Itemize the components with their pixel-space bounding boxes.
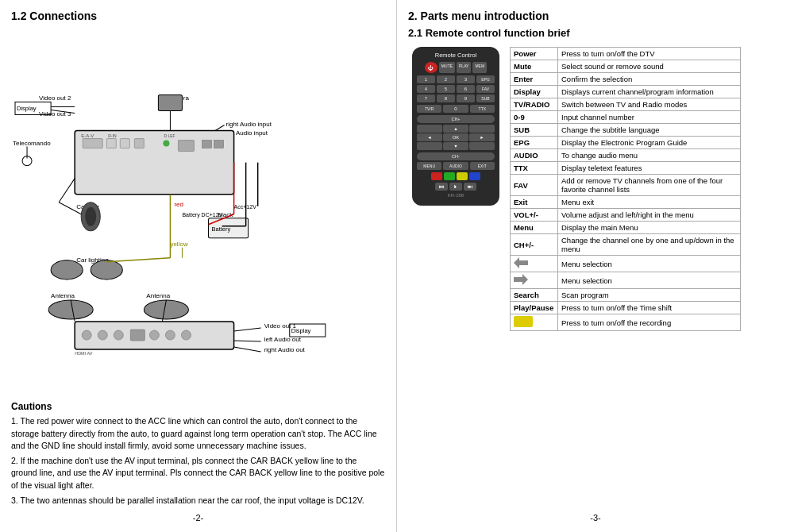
- blue-color-btn[interactable]: [469, 172, 480, 180]
- svg-point-41: [91, 260, 122, 279]
- svg-point-51: [149, 330, 159, 340]
- btn-4[interactable]: 4: [417, 85, 435, 93]
- table-row: PowerPress to turn on/off the DTV: [511, 48, 741, 60]
- nav-ok[interactable]: OK: [443, 133, 468, 141]
- left-page-num: -2-: [11, 513, 385, 522]
- table-desc-cell: Display teletext features: [558, 162, 741, 175]
- btn-ttx[interactable]: TTX: [470, 105, 495, 113]
- svg-line-62: [234, 347, 261, 352]
- table-key-cell: Enter: [511, 73, 558, 86]
- svg-rect-76: [514, 316, 533, 327]
- table-key-cell: Mute: [511, 60, 558, 73]
- btn-menu[interactable]: MENU: [417, 162, 441, 170]
- btn-fav[interactable]: FAV: [476, 85, 495, 93]
- table-desc-cell: Menu selection: [558, 256, 741, 272]
- caution-1: 1. The red power wire connect to the ACC…: [11, 415, 385, 452]
- play-pause-btn[interactable]: ⏵: [449, 183, 462, 191]
- nav-left[interactable]: ◄: [417, 133, 442, 141]
- table-key-cell: TV/RADIO: [511, 98, 558, 111]
- btn-7[interactable]: 7: [417, 94, 435, 102]
- table-key-cell: VOL+/-: [511, 209, 558, 222]
- btn-3[interactable]: 3: [457, 75, 475, 83]
- mem-btn[interactable]: MEM: [472, 62, 487, 73]
- svg-text:Video out 2: Video out 2: [39, 94, 71, 102]
- btn-9[interactable]: 9: [457, 94, 475, 102]
- btn-0[interactable]: 0: [443, 105, 468, 113]
- svg-text:E-A-V: E-A-V: [81, 133, 94, 138]
- svg-text:Video out 3: Video out 3: [39, 110, 71, 118]
- btn-1[interactable]: 1: [417, 75, 435, 83]
- nav-right[interactable]: ►: [469, 133, 495, 141]
- svg-point-34: [85, 207, 96, 226]
- play-btn[interactable]: PLAY: [457, 62, 471, 73]
- svg-text:right Audio out: right Audio out: [264, 346, 306, 353]
- remote-control: Remote Control ⏻ MUTE PLAY MEM 1 2 3: [412, 47, 499, 206]
- table-desc-cell: Switch between TV and Radio modes: [558, 98, 741, 111]
- table-row: Menu selection: [511, 256, 741, 272]
- mute-btn[interactable]: MUTE: [439, 62, 455, 73]
- table-row: SUBChange the subtitle language: [511, 124, 741, 137]
- svg-point-48: [98, 330, 107, 340]
- table-desc-cell: Select sound or remove sound: [558, 60, 741, 73]
- function-table-container: PowerPress to turn on/off the DTVMuteSel…: [510, 47, 783, 510]
- yellow-color-btn[interactable]: [457, 172, 468, 180]
- remote-top-row: ⏻ MUTE PLAY MEM: [417, 62, 495, 73]
- table-desc-cell: Display the Electronic Program Guide: [558, 137, 741, 149]
- btn-5[interactable]: 5: [437, 85, 455, 93]
- right-page-num: -3-: [408, 513, 783, 522]
- ch-minus-btn[interactable]: CH-: [417, 152, 495, 160]
- forward-btn[interactable]: ⏭: [464, 183, 476, 191]
- caution-2: 2. If the machine don't use the AV input…: [11, 455, 385, 492]
- nav-down[interactable]: ▼: [443, 142, 468, 150]
- table-key-cell: [511, 256, 558, 272]
- btn-exit[interactable]: EXIT: [470, 162, 495, 170]
- svg-text:Antenna: Antenna: [146, 292, 170, 299]
- table-key-cell: [511, 272, 558, 289]
- svg-marker-74: [514, 257, 528, 268]
- power-btn[interactable]: ⏻: [425, 62, 437, 73]
- btn-2[interactable]: 2: [437, 75, 455, 83]
- extra-btns: MENU AUDIO EXIT: [417, 162, 495, 170]
- nav-empty-bl: [417, 142, 442, 150]
- svg-rect-19: [120, 139, 129, 148]
- arrow-right-icon: [514, 278, 528, 287]
- btn-6[interactable]: 6: [457, 85, 475, 93]
- table-key-cell: FAV: [511, 175, 558, 196]
- table-desc-cell: Volume adjust and left/right in the menu: [558, 209, 741, 222]
- table-key-cell: Search: [511, 289, 558, 302]
- nav-up[interactable]: ▲: [443, 125, 468, 133]
- svg-rect-20: [134, 139, 144, 148]
- green-color-btn[interactable]: [444, 172, 455, 180]
- table-desc-cell: Change the subtitle language: [558, 124, 741, 137]
- btn-sub[interactable]: SUB: [476, 94, 495, 102]
- rewind-btn[interactable]: ⏮: [435, 183, 448, 191]
- parts-section: 2. Parts menu introduction 2.1 Remote co…: [408, 10, 783, 522]
- parts-title: 2. Parts menu introduction: [408, 10, 783, 22]
- svg-text:Display: Display: [17, 105, 37, 112]
- table-row: EnterConfirm the selection: [511, 73, 741, 86]
- svg-text:Battery DC+12V: Battery DC+12V: [182, 212, 222, 218]
- table-row: SearchScan program: [511, 289, 741, 302]
- btn-epg[interactable]: EPG: [476, 75, 495, 83]
- yellow-box-icon: [514, 320, 533, 329]
- table-key-cell: Play/Pause: [511, 302, 558, 314]
- table-row: MuteSelect sound or remove sound: [511, 60, 741, 73]
- table-row: TTXDisplay teletext features: [511, 162, 741, 175]
- table-key-cell: SUB: [511, 124, 558, 137]
- btn-audio[interactable]: AUDIO: [443, 162, 468, 170]
- btn-tv-radio[interactable]: TV/R: [417, 105, 441, 113]
- btn-8[interactable]: 8: [437, 94, 455, 102]
- svg-text:red: red: [174, 201, 183, 208]
- table-desc-cell: Input channel number: [558, 111, 741, 124]
- table-row: DisplayDisplays current channel/program …: [511, 86, 741, 98]
- svg-text:right Audio input: right Audio input: [226, 121, 272, 129]
- red-color-btn[interactable]: [431, 172, 442, 180]
- svg-point-40: [51, 260, 83, 279]
- ch-plus-btn[interactable]: CH+: [417, 115, 495, 123]
- table-row: VOL+/-Volume adjust and left/right in th…: [511, 209, 741, 222]
- svg-point-49: [114, 330, 123, 340]
- svg-rect-18: [106, 139, 116, 148]
- table-row: ExitMenu exit: [511, 196, 741, 209]
- remote-subtitle: 2.1 Remote control function brief: [408, 27, 783, 39]
- table-desc-cell: Press to turn on/off the Time shift: [558, 302, 741, 314]
